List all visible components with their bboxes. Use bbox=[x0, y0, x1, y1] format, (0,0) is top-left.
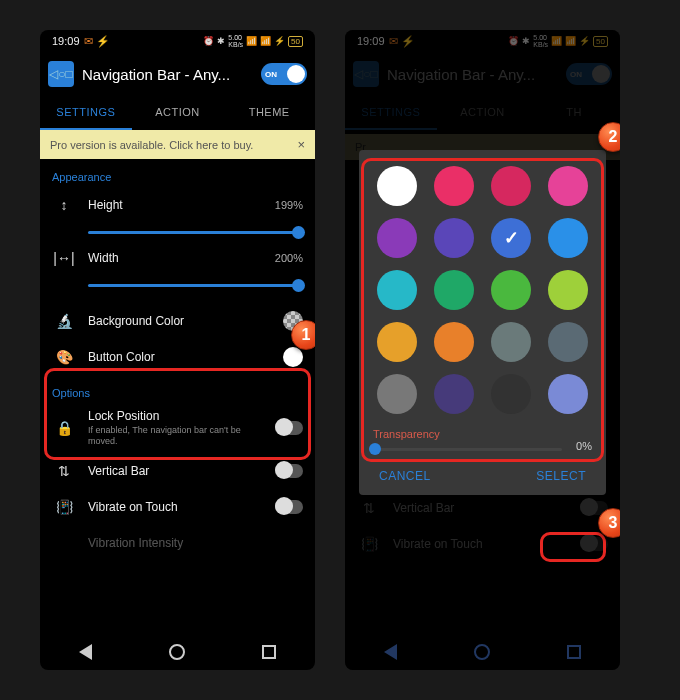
status-bar: 19:09 ✉ ⚡ ⏰✱5.00KB/s📶📶⚡50 bbox=[40, 30, 315, 52]
close-icon[interactable]: × bbox=[297, 137, 305, 152]
pro-banner[interactable]: Pro version is available. Click here to … bbox=[40, 130, 315, 159]
settings-content: Appearance ↕ Height 199% |↔| Width 200% … bbox=[40, 159, 315, 630]
app-header: ◁○□ Navigation Bar - Any... ON bbox=[40, 52, 315, 96]
color-swatch[interactable] bbox=[377, 322, 417, 362]
select-button[interactable]: SELECT bbox=[536, 469, 586, 483]
color-swatch[interactable] bbox=[434, 270, 474, 310]
color-swatch[interactable] bbox=[491, 270, 531, 310]
tab-settings[interactable]: SETTINGS bbox=[40, 96, 132, 130]
color-swatch[interactable] bbox=[434, 218, 474, 258]
width-slider[interactable] bbox=[88, 284, 299, 287]
tabs: SETTINGS ACTION THEME bbox=[40, 96, 315, 130]
color-swatch[interactable] bbox=[548, 166, 588, 206]
row-btncolor[interactable]: 🎨 Button Color bbox=[52, 339, 303, 375]
app-icon: ◁○□ bbox=[48, 61, 74, 87]
row-vintensity[interactable]: Vibration Intensity bbox=[52, 525, 303, 561]
pro-banner-text: Pro version is available. Click here to … bbox=[50, 139, 253, 151]
color-swatch[interactable] bbox=[491, 322, 531, 362]
row-height[interactable]: ↕ Height 199% bbox=[52, 187, 303, 223]
color-swatch[interactable] bbox=[434, 374, 474, 414]
vibrate-toggle[interactable] bbox=[275, 500, 303, 514]
color-swatch[interactable] bbox=[548, 322, 588, 362]
color-swatch[interactable] bbox=[377, 166, 417, 206]
color-swatch[interactable] bbox=[491, 166, 531, 206]
color-swatch[interactable] bbox=[377, 374, 417, 414]
app-title: Navigation Bar - Any... bbox=[82, 66, 253, 83]
btncolor-swatch bbox=[283, 347, 303, 367]
status-time: 19:09 bbox=[52, 35, 80, 47]
status-icons-right: ⏰✱5.00KB/s📶📶⚡50 bbox=[203, 34, 303, 48]
color-picker-dialog: Transparency 0% CANCEL SELECT bbox=[359, 150, 606, 495]
row-vbar[interactable]: ⇅ Vertical Bar bbox=[52, 453, 303, 489]
palette-icon: 🎨 bbox=[52, 349, 76, 365]
row-bgcolor[interactable]: 🔬 Background Color bbox=[52, 303, 303, 339]
color-swatch[interactable] bbox=[377, 270, 417, 310]
vbar-icon: ⇅ bbox=[52, 463, 76, 479]
transparency-slider[interactable] bbox=[373, 448, 562, 451]
cancel-button[interactable]: CANCEL bbox=[379, 469, 431, 483]
height-value: 199% bbox=[275, 199, 303, 211]
nav-home[interactable] bbox=[167, 642, 187, 662]
color-swatch-grid bbox=[373, 164, 592, 424]
color-swatch[interactable] bbox=[548, 218, 588, 258]
transparency-value: 0% bbox=[576, 440, 592, 452]
height-icon: ↕ bbox=[52, 197, 76, 213]
section-appearance: Appearance bbox=[52, 171, 303, 183]
color-swatch[interactable] bbox=[491, 218, 531, 258]
nav-back[interactable] bbox=[76, 642, 96, 662]
color-swatch[interactable] bbox=[434, 166, 474, 206]
tab-action[interactable]: ACTION bbox=[132, 96, 224, 130]
phone-screenshot-1: 19:09 ✉ ⚡ ⏰✱5.00KB/s📶📶⚡50 ◁○□ Navigation… bbox=[40, 30, 315, 670]
width-icon: |↔| bbox=[52, 250, 76, 266]
bgcolor-icon: 🔬 bbox=[52, 313, 76, 329]
vbar-toggle[interactable] bbox=[275, 464, 303, 478]
transparency-label: Transparency bbox=[373, 428, 592, 440]
color-swatch[interactable] bbox=[434, 322, 474, 362]
color-swatch[interactable] bbox=[377, 218, 417, 258]
row-vibrate[interactable]: 📳 Vibrate on Touch bbox=[52, 489, 303, 525]
phone-screenshot-2: 19:09 ✉ ⚡ ⏰✱5.00KB/s📶📶⚡50 ◁○□ Navigation… bbox=[345, 30, 620, 670]
section-options: Options bbox=[52, 387, 303, 399]
color-swatch[interactable] bbox=[491, 374, 531, 414]
lock-toggle[interactable] bbox=[275, 421, 303, 435]
nav-recent[interactable] bbox=[259, 642, 279, 662]
bgcolor-swatch bbox=[283, 311, 303, 331]
nav-bar bbox=[40, 630, 315, 670]
master-toggle[interactable]: ON bbox=[261, 63, 307, 85]
lock-icon: 🔒 bbox=[52, 420, 76, 436]
row-width[interactable]: |↔| Width 200% bbox=[52, 240, 303, 276]
status-icons-left: ✉ ⚡ bbox=[84, 35, 110, 48]
tab-theme[interactable]: THEME bbox=[223, 96, 315, 130]
color-swatch[interactable] bbox=[548, 270, 588, 310]
color-swatch[interactable] bbox=[548, 374, 588, 414]
height-slider[interactable] bbox=[88, 231, 299, 234]
width-value: 200% bbox=[275, 252, 303, 264]
row-lock[interactable]: 🔒 Lock Position If enabled, The navigati… bbox=[52, 403, 303, 453]
vibrate-icon: 📳 bbox=[52, 499, 76, 515]
